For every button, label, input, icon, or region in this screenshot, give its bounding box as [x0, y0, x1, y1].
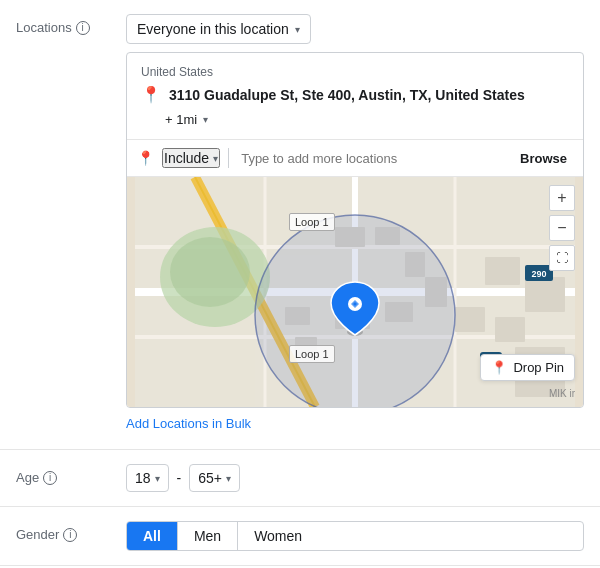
include-divider	[228, 148, 229, 168]
radius-line: + 1mi ▾	[165, 112, 569, 127]
svg-rect-22	[525, 277, 565, 312]
loop-label-1: Loop 1	[289, 213, 335, 231]
age-min-chevron-icon: ▾	[155, 473, 160, 484]
locations-section: Locations i Everyone in this location ▾ …	[0, 0, 600, 450]
drop-pin-button[interactable]: 📍 Drop Pin	[480, 354, 575, 381]
svg-text:290: 290	[531, 269, 546, 279]
map-watermark: MIK ir	[549, 388, 575, 399]
radius-chevron-icon: ▾	[203, 114, 208, 125]
gender-button-group: All Men Women	[126, 521, 584, 551]
fullscreen-button[interactable]: ⛶	[549, 245, 575, 271]
age-content: 18 ▾ - 65+ ▾	[126, 464, 584, 492]
gender-section: Gender i All Men Women	[0, 507, 600, 566]
add-bulk-link[interactable]: Add Locations in Bulk	[126, 408, 251, 435]
zoom-out-button[interactable]: −	[549, 215, 575, 241]
age-min-value: 18	[135, 470, 151, 486]
age-max-dropdown[interactable]: 65+ ▾	[189, 464, 240, 492]
gender-label: Gender	[16, 527, 59, 542]
country-label: United States	[141, 65, 569, 79]
age-min-dropdown[interactable]: 18 ▾	[126, 464, 169, 492]
svg-point-10	[170, 237, 250, 307]
svg-rect-20	[485, 257, 520, 285]
gender-label-container: Gender i	[16, 521, 126, 542]
locations-label-container: Locations i	[16, 14, 126, 35]
location-box: United States 📍 3110 Guadalupe St, Ste 4…	[126, 52, 584, 408]
age-controls: 18 ▾ - 65+ ▾	[126, 464, 584, 492]
include-dropdown[interactable]: Include ▾	[162, 148, 220, 168]
svg-rect-17	[455, 307, 485, 332]
age-info-icon[interactable]: i	[43, 471, 57, 485]
map-container[interactable]: 35 290 Lo	[127, 177, 583, 407]
expand-icon: ⛶	[556, 251, 568, 265]
minus-icon: −	[557, 219, 566, 237]
gender-men-button[interactable]: Men	[178, 522, 238, 550]
age-max-value: 65+	[198, 470, 222, 486]
locations-label: Locations	[16, 20, 72, 35]
loop-label-2: Loop 1	[289, 345, 335, 363]
age-label-container: Age i	[16, 464, 126, 485]
plus-icon: +	[557, 189, 566, 207]
gender-info-icon[interactable]: i	[63, 528, 77, 542]
drop-pin-icon: 📍	[491, 360, 507, 375]
location-type-dropdown[interactable]: Everyone in this location ▾	[126, 14, 311, 44]
include-pin-icon: 📍	[137, 150, 154, 166]
location-search-input[interactable]	[237, 151, 506, 166]
svg-rect-21	[495, 317, 525, 342]
include-chevron-icon: ▾	[213, 153, 218, 164]
gender-women-button[interactable]: Women	[238, 522, 318, 550]
location-address-area: United States 📍 3110 Guadalupe St, Ste 4…	[127, 53, 583, 140]
gender-content: All Men Women	[126, 521, 584, 551]
gender-all-button[interactable]: All	[127, 522, 178, 550]
address-text: 3110 Guadalupe St, Ste 400, Austin, TX, …	[169, 87, 525, 103]
location-type-chevron-icon: ▾	[295, 24, 300, 35]
address-pin-icon: 📍	[141, 85, 161, 104]
age-section: Age i 18 ▾ - 65+ ▾	[0, 450, 600, 507]
browse-button[interactable]: Browse	[514, 149, 573, 168]
address-line: 📍 3110 Guadalupe St, Ste 400, Austin, TX…	[141, 85, 569, 104]
age-max-chevron-icon: ▾	[226, 473, 231, 484]
map-controls: + − ⛶	[549, 185, 575, 271]
radius-value: + 1mi	[165, 112, 197, 127]
locations-info-icon[interactable]: i	[76, 21, 90, 35]
include-row: 📍 Include ▾ Browse	[127, 140, 583, 177]
locations-content: Everyone in this location ▾ United State…	[126, 14, 584, 435]
zoom-in-button[interactable]: +	[549, 185, 575, 211]
age-dash: -	[177, 470, 182, 486]
age-label: Age	[16, 470, 39, 485]
